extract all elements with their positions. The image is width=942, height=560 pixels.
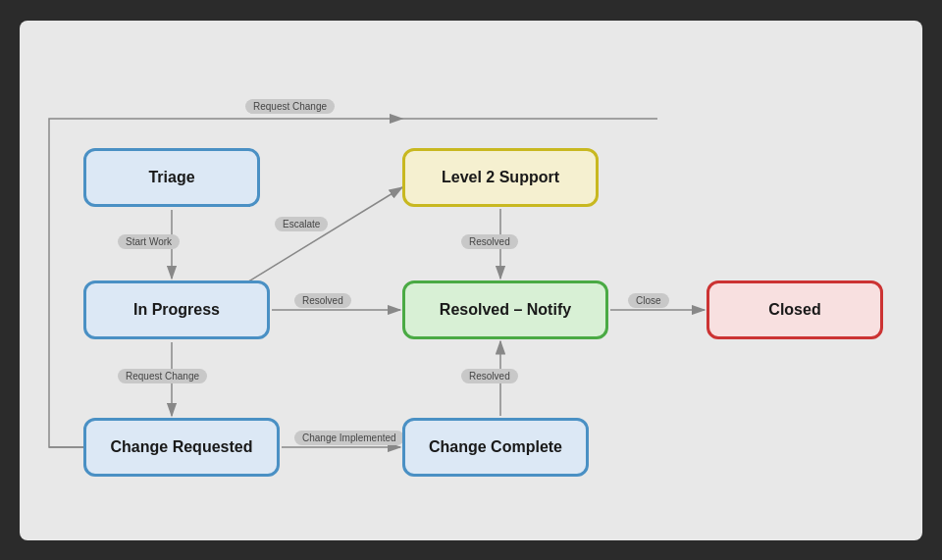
svg-line-8 <box>245 187 402 283</box>
node-level2[interactable]: Level 2 Support <box>402 148 599 207</box>
label-start-work: Start Work <box>118 234 180 249</box>
node-triage[interactable]: Triage <box>83 148 260 207</box>
diagram-container: Start Work Request Change Request Change… <box>20 21 922 540</box>
label-request-change-ip: Request Change <box>118 369 207 383</box>
inprogress-label: In Progress <box>133 301 220 319</box>
changecomplete-label: Change Complete <box>429 438 562 456</box>
label-escalate: Escalate <box>275 217 328 231</box>
label-resolved-cc: Resolved <box>461 369 518 383</box>
node-closed[interactable]: Closed <box>706 280 883 339</box>
label-change-implemented: Change Implemented <box>294 431 404 445</box>
node-resolved[interactable]: Resolved – Notify <box>402 280 608 339</box>
node-changecomplete[interactable]: Change Complete <box>402 418 589 477</box>
node-changerequested[interactable]: Change Requested <box>83 418 280 477</box>
changerequested-label: Change Requested <box>111 438 253 456</box>
label-resolved-ip: Resolved <box>294 293 351 308</box>
label-resolved-triage: Resolved <box>461 234 518 249</box>
triage-label: Triage <box>148 169 194 186</box>
level2-label: Level 2 Support <box>442 169 559 186</box>
node-inprogress[interactable]: In Progress <box>83 280 270 339</box>
label-request-change-top: Request Change <box>245 99 335 114</box>
label-close: Close <box>628 293 669 308</box>
resolved-label: Resolved – Notify <box>440 301 571 319</box>
closed-label: Closed <box>768 301 820 319</box>
